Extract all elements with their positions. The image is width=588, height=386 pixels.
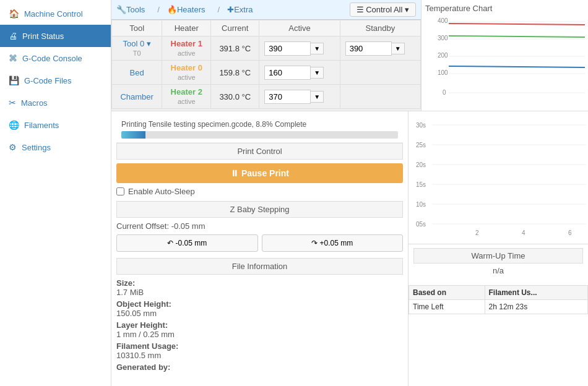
sidebar-label-macros: Macros	[21, 98, 48, 108]
filament-usage-row: Filament Usage: 10310.5 mm	[116, 341, 403, 360]
print-icon: 🖨	[9, 31, 17, 41]
svg-text:2: 2	[475, 229, 479, 236]
active1-input[interactable]	[264, 41, 311, 56]
current2-cell: 330.0 °C	[211, 85, 259, 109]
heater1-status: active	[178, 49, 196, 57]
macros-icon: ✂	[9, 98, 16, 108]
svg-text:05s: 05s	[416, 221, 426, 228]
standby1-input-group: ▼	[345, 41, 415, 56]
progress-section: Printing Tensile testing specimen.gcode,…	[116, 116, 403, 143]
standby1-input[interactable]	[345, 41, 392, 56]
timing-chart-svg: 30s 25s 20s 15s 10s 05s	[413, 116, 587, 237]
active0-input[interactable]	[264, 66, 311, 80]
sidebar-label-gcode-files: G-Code Files	[24, 76, 72, 85]
filament-based-on: Time Left	[409, 300, 485, 314]
wrench-icon: 🔧	[116, 5, 126, 14]
filament-usage-label: Filament Usage:	[116, 341, 178, 351]
autosleep-checkbox[interactable]	[116, 187, 124, 195]
bottom-panel: Printing Tensile testing specimen.gcode,…	[111, 111, 588, 386]
active1-arrow[interactable]: ▼	[311, 43, 324, 54]
col-current: Current	[211, 20, 259, 36]
svg-text:0: 0	[443, 89, 446, 96]
tool-cell: Tool 0 ▾ T0	[112, 36, 162, 61]
sidebar-item-gcode-console[interactable]: ⌘ G-Code Console	[0, 47, 111, 69]
svg-text:25s: 25s	[416, 142, 426, 148]
autosleep-row: Enable Auto-Sleep	[116, 187, 403, 196]
sidebar-item-machine-control[interactable]: 🏠 Machine Control	[0, 2, 111, 25]
heater0-status: active	[178, 74, 196, 81]
chamber-link[interactable]: Chamber	[120, 92, 153, 101]
warm-up-title: Warm-Up Time	[413, 248, 583, 264]
table-row: Chamber Heater 2 active 330.0 °C ▼	[112, 85, 421, 109]
heater2-status: active	[178, 98, 196, 105]
filament-table: Based on Filament Us... Time Left 2h 12m…	[409, 285, 588, 314]
toolbar: 🔧 Tools / 🔥 Heaters / ✚ Extra ☰ Control …	[111, 0, 421, 20]
active2-arrow[interactable]: ▼	[311, 91, 324, 103]
svg-text:300: 300	[438, 35, 448, 41]
heater0-name: Heater 0	[171, 63, 202, 72]
size-value: 1.7 MiB	[116, 288, 144, 297]
object-height-row: Object Height: 150.05 mm	[116, 299, 403, 318]
object-height-value: 150.05 mm	[116, 309, 157, 318]
standby2-cell	[340, 85, 420, 109]
size-row: Size: 1.7 MiB	[116, 278, 403, 297]
active2-input[interactable]	[264, 90, 311, 104]
temp-chart-title: Temperature Chart	[425, 4, 584, 13]
plus-icon: ✚	[227, 5, 234, 14]
size-label: Size:	[116, 278, 135, 288]
z-minus-button[interactable]: ↶ -0.05 mm	[116, 234, 258, 252]
layer-height-label: Layer Height:	[116, 320, 168, 330]
svg-text:10s: 10s	[416, 201, 426, 208]
sidebar-item-filaments[interactable]: 🌐 Filaments	[0, 114, 111, 136]
toolbar-extra[interactable]: ✚ Extra	[227, 5, 253, 14]
timing-svg-wrapper: 30s 25s 20s 15s 10s 05s	[409, 114, 588, 241]
active0-input-group: ▼	[264, 66, 334, 80]
extra-label: Extra	[234, 5, 253, 14]
sidebar-item-macros[interactable]: ✂ Macros	[0, 92, 111, 114]
object-height-label: Object Height:	[116, 299, 171, 309]
active1-cell: ▼	[259, 36, 340, 61]
filament-col-based-on: Based on	[409, 286, 485, 300]
warm-up-value: n/a	[413, 264, 583, 278]
sidebar-label-machine-control: Machine Control	[24, 9, 83, 19]
sidebar-item-gcode-files[interactable]: 💾 G-Code Files	[0, 69, 111, 92]
col-standby: Standby	[340, 20, 420, 36]
active1-input-group: ▼	[264, 41, 334, 56]
generated-by-label: Generated by:	[116, 362, 170, 372]
sidebar-nav: 🏠 Machine Control 🖨 Print Status ⌘ G-Cod…	[0, 0, 111, 158]
toolbar-heaters[interactable]: 🔥 Heaters	[167, 5, 205, 14]
standby1-arrow[interactable]: ▼	[392, 43, 405, 54]
heaters-label: Heaters	[177, 5, 205, 14]
z-buttons: ↶ -0.05 mm ↷ +0.05 mm	[116, 234, 403, 252]
chamber-tool-cell: Chamber	[112, 85, 162, 109]
table-wrapper: 🔧 Tools / 🔥 Heaters / ✚ Extra ☰ Control …	[111, 0, 421, 111]
right-content: 30s 25s 20s 15s 10s 05s	[409, 111, 588, 386]
current1-cell: 391.8 °C	[211, 36, 259, 61]
z-plus-button[interactable]: ↷ +0.05 mm	[262, 234, 404, 252]
timing-chart: 30s 25s 20s 15s 10s 05s	[409, 111, 588, 244]
svg-text:100: 100	[438, 69, 448, 76]
layer-height-value: 1 mm / 0.25 mm	[116, 330, 175, 339]
home-icon: 🏠	[9, 9, 19, 19]
standby0-cell	[340, 61, 420, 85]
filament-usage-time: 2h 12m 23s	[485, 300, 587, 314]
temp-chart-area: Temperature Chart 400 300 200 100 0	[421, 0, 588, 111]
temp-chart-svg: 400 300 200 100 0	[425, 15, 586, 105]
active0-arrow[interactable]: ▼	[311, 67, 324, 79]
active2-cell: ▼	[259, 85, 340, 109]
svg-text:6: 6	[568, 229, 572, 236]
col-tool: Tool	[112, 20, 162, 36]
sidebar-label-filaments: Filaments	[24, 121, 59, 130]
sidebar-item-print-status[interactable]: 🖨 Print Status	[0, 25, 111, 47]
toolbar-tools[interactable]: 🔧 Tools	[116, 5, 145, 14]
z-baby-header: Z Baby Stepping	[116, 201, 403, 218]
heater1-cell: Heater 1 active	[162, 36, 211, 61]
pause-print-button[interactable]: ⏸ Pause Print	[116, 163, 403, 183]
tool0-link[interactable]: Tool 0 ▾	[123, 39, 151, 48]
tool0-sub: T0	[133, 49, 141, 57]
control-all-button[interactable]: ☰ Control All ▾	[350, 2, 416, 17]
sidebar-item-settings[interactable]: ⚙ Settings	[0, 136, 111, 158]
bed-link[interactable]: Bed	[130, 68, 144, 77]
svg-text:15s: 15s	[416, 181, 426, 188]
tools-label: Tools	[126, 5, 145, 14]
